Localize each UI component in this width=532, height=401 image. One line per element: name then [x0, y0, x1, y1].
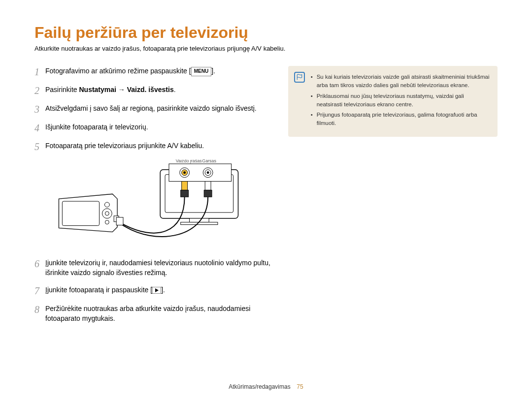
note-item: Priklausomai nuo jūsų televizoriaus nust… — [311, 92, 490, 109]
step-text: Atsižvelgdami į savo šalį ar regioną, pa… — [45, 103, 273, 115]
step-number: 5 — [34, 141, 45, 153]
step-number: 7 — [34, 285, 45, 297]
page-title: Failų peržiūra per televizorių — [34, 24, 498, 42]
step-number: 8 — [34, 304, 45, 324]
footer-page-number: 75 — [297, 383, 303, 390]
step-8: 8 Peržiūrėkite nuotraukas arba atkurkite… — [34, 304, 273, 324]
note-item: Su kai kuriais televizoriais vaizde gali… — [311, 73, 490, 90]
step-text-part: Pasirinkite — [45, 86, 79, 93]
step-text-part: Fotografavimo ar atkūrimo režime paspaus… — [45, 67, 191, 75]
svg-point-10 — [207, 171, 209, 174]
svg-point-7 — [183, 171, 186, 174]
page-footer: Atkūrimas/redagavimas 75 — [0, 383, 532, 390]
footer-section: Atkūrimas/redagavimas — [229, 383, 290, 390]
notes-column: Su kai kuriais televizoriais vaizde gali… — [288, 66, 498, 330]
svg-point-15 — [105, 220, 109, 224]
step-4: 4 Išjunkite fotoaparatą ir televizorių. — [34, 122, 273, 134]
svg-rect-19 — [205, 182, 211, 190]
step-text-bold: Nustatymai → Vaizd. išvestis — [79, 86, 173, 93]
step-1: 1 Fotografavimo ar atkūrimo režime paspa… — [34, 66, 273, 78]
menu-button-label: MENU — [191, 67, 211, 76]
step-text-part: ]. — [161, 286, 165, 294]
steps-column: 1 Fotografavimo ar atkūrimo režime paspa… — [34, 66, 273, 330]
playback-icon — [152, 287, 161, 294]
step-text: Išjunkite fotoaparatą ir televizorių. — [45, 122, 273, 134]
step-6: 6 Įjunkite televizorių ir, naudodamiesi … — [34, 258, 273, 278]
svg-rect-21 — [116, 217, 123, 225]
step-2: 2 Pasirinkite Nustatymai → Vaizd. išvest… — [34, 85, 273, 96]
step-text: Fotoaparatą prie televizoriaus prijunkit… — [45, 141, 273, 153]
note-list: Su kai kuriais televizoriais vaizde gali… — [311, 73, 490, 128]
svg-rect-17 — [182, 182, 188, 190]
step-text: Fotografavimo ar atkūrimo režime paspaus… — [45, 66, 273, 78]
step-text-part: ]. — [211, 67, 215, 75]
connection-diagram: Vaizdo įrašas Garsas — [34, 159, 273, 253]
svg-rect-4 — [169, 164, 232, 182]
note-item: Prijungus fotoaparatą prie televizoriaus… — [311, 111, 490, 128]
step-text: Įjunkite fotoaparatą ir paspauskite []. — [45, 285, 273, 297]
svg-rect-20 — [204, 190, 212, 197]
step-number: 2 — [34, 85, 45, 96]
step-text-part: . — [174, 86, 176, 93]
diagram-label-audio: Garsas — [202, 159, 216, 163]
step-7: 7 Įjunkite fotoaparatą ir paspauskite []… — [34, 285, 273, 297]
step-text: Pasirinkite Nustatymai → Vaizd. išvestis… — [45, 85, 273, 96]
step-3: 3 Atsižvelgdami į savo šalį ar regioną, … — [34, 103, 273, 115]
page-subtitle: Atkurkite nuotraukas ar vaizdo įrašus, f… — [34, 45, 498, 52]
step-text-part: Įjunkite fotoaparatą ir paspauskite [ — [45, 286, 152, 294]
manual-page: Failų peržiūra per televizorių Atkurkite… — [0, 0, 532, 401]
svg-rect-18 — [181, 190, 189, 197]
svg-point-12 — [104, 202, 109, 207]
step-number: 6 — [34, 258, 45, 278]
step-text: Įjunkite televizorių ir, naudodamiesi te… — [45, 258, 273, 278]
svg-point-14 — [105, 212, 109, 216]
diagram-label-video: Vaizdo įrašas — [176, 159, 202, 163]
svg-rect-11 — [62, 201, 99, 225]
content-columns: 1 Fotografavimo ar atkūrimo režime paspa… — [34, 66, 498, 330]
note-icon — [294, 72, 305, 83]
step-number: 3 — [34, 103, 45, 115]
step-5: 5 Fotoaparatą prie televizoriaus prijunk… — [34, 141, 273, 153]
step-text: Peržiūrėkite nuotraukas arba atkurkite v… — [45, 304, 273, 324]
step-number: 4 — [34, 122, 45, 134]
note-box: Su kai kuriais televizoriais vaizde gali… — [288, 66, 498, 137]
step-number: 1 — [34, 66, 45, 78]
